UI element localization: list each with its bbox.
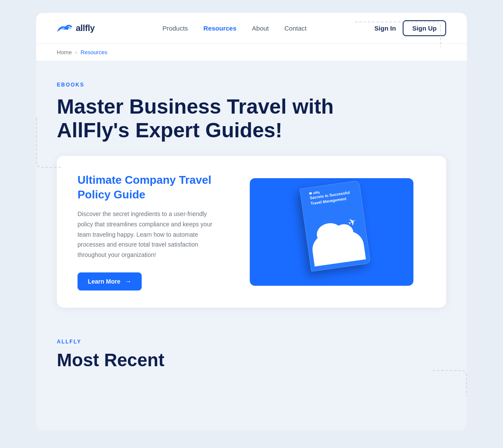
main-nav: Products Resources About Contact xyxy=(162,25,307,32)
section-label: EBOOKS xyxy=(57,82,446,88)
main-content: EBOOKS Master Business Travel with AllFl… xyxy=(36,61,467,308)
deco-right-bottom xyxy=(432,370,467,396)
hero-title: Master Business Travel with AllFly's Exp… xyxy=(57,95,358,142)
bottom-label: ALLFLY xyxy=(57,339,446,345)
deco-top-right xyxy=(355,22,441,47)
book-illustration: allfly Secrets to Successful Travel Mana… xyxy=(299,179,381,282)
nav-contact[interactable]: Contact xyxy=(284,25,307,32)
learn-more-button[interactable]: Learn More → xyxy=(78,272,142,290)
ebook-title: Ultimate Company Travel Policy Guide xyxy=(78,173,224,202)
deco-left-middle xyxy=(36,116,62,168)
ebook-description: Discover the secret ingredients to a use… xyxy=(78,209,224,260)
nav-products[interactable]: Products xyxy=(162,25,188,32)
ebook-image: allfly Secrets to Successful Travel Mana… xyxy=(250,178,413,286)
breadcrumb-home[interactable]: Home xyxy=(57,49,72,56)
arrow-icon: → xyxy=(124,278,131,285)
logo-icon xyxy=(57,22,72,34)
logo-text: allfly xyxy=(76,23,95,33)
ebook-card: Ultimate Company Travel Policy Guide Dis… xyxy=(57,156,446,308)
ebook-text: Ultimate Company Travel Policy Guide Dis… xyxy=(78,173,224,290)
bottom-title: Most Recent xyxy=(57,350,446,371)
nav-resources[interactable]: Resources xyxy=(203,25,236,32)
logo-area[interactable]: allfly xyxy=(57,22,95,34)
book-cover: allfly Secrets to Successful Travel Mana… xyxy=(299,180,371,272)
bottom-section: ALLFLY Most Recent xyxy=(36,318,467,371)
breadcrumb-current: Resources xyxy=(81,49,107,56)
nav-about[interactable]: About xyxy=(252,25,269,32)
book-cloud xyxy=(310,229,366,266)
learn-more-label: Learn More xyxy=(88,278,120,285)
breadcrumb-separator: › xyxy=(75,49,77,56)
page-wrapper: allfly Products Resources About Contact … xyxy=(36,13,467,430)
